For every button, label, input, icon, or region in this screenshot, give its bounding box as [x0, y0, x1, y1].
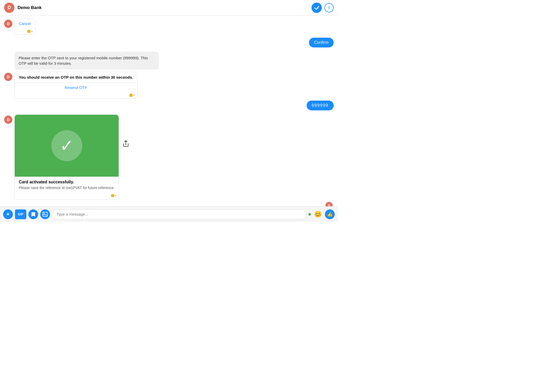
otp-value-bubble: 999999 — [307, 101, 334, 110]
success-card-green-area: ✓ — [15, 115, 119, 177]
resend-otp-button[interactable]: Resend OTP — [15, 83, 137, 92]
checkmark-icon: ✓ — [60, 137, 74, 154]
share-icon[interactable] — [123, 140, 129, 148]
online-dot — [308, 213, 311, 216]
confirm-button[interactable]: Confirm — [309, 38, 334, 47]
resend-card-row: D You should receive an OTP on this numb… — [4, 72, 334, 99]
success-card-row: D ✓ Card activated successfully. Please … — [4, 115, 334, 200]
header-title: Demo Bank — [18, 5, 312, 10]
chat-area: D Cancel 🙂+ Confirm Please enter the OTP… — [0, 15, 338, 206]
success-title: Card activated successfully. — [19, 180, 114, 184]
success-card-footer: 🙂+ — [15, 193, 119, 200]
chat-header: D Demo Bank i — [0, 0, 338, 15]
image-button[interactable] — [40, 209, 50, 219]
emoji-icon-3[interactable]: 🙂+ — [111, 194, 117, 198]
otp-prompt-bubble: Please enter the OTP sent to your regist… — [14, 52, 159, 70]
header-avatar: D — [4, 3, 14, 13]
otp-prompt-row: Please enter the OTP sent to your regist… — [4, 52, 334, 70]
success-card-text: Card activated successfully. Please save… — [15, 177, 119, 193]
thumbs-up-button[interactable]: 👍 — [325, 209, 335, 219]
bottom-bar: + GIF 😊 👍 — [0, 206, 338, 222]
cancel-card-row: D Cancel 🙂+ — [4, 19, 334, 35]
bot-avatar: D — [4, 20, 12, 28]
gif-button[interactable]: GIF — [15, 209, 26, 219]
resend-bold-text: You should receive an OTP on this number… — [15, 72, 137, 83]
cancel-button[interactable]: Cancel — [15, 19, 35, 28]
svg-rect-0 — [43, 212, 47, 216]
emoji-icon[interactable]: 🙂+ — [27, 29, 33, 33]
info-button[interactable]: i — [324, 3, 334, 12]
emoji-button[interactable]: 😊 — [313, 209, 323, 219]
plus-button[interactable]: + — [3, 209, 13, 219]
cancel-card: Cancel 🙂+ — [14, 19, 35, 35]
header-actions: i — [312, 3, 334, 13]
resend-card-footer: 🙂+ — [15, 92, 137, 98]
resend-card: You should receive an OTP on this number… — [14, 72, 137, 99]
confirm-row: Confirm — [4, 37, 334, 47]
message-input[interactable] — [52, 209, 306, 219]
success-card: ✓ Card activated successfully. Please sa… — [14, 115, 119, 200]
bot-avatar-2: D — [4, 73, 12, 81]
otp-value-row: 999999 — [4, 101, 334, 110]
check-button[interactable] — [312, 3, 322, 13]
bot-avatar-3: D — [4, 116, 12, 124]
emoji-icon-2[interactable]: 🙂+ — [129, 93, 135, 97]
success-circle: ✓ — [51, 130, 82, 161]
bookmark-button[interactable] — [28, 209, 38, 219]
cancel-card-footer: 🙂+ — [15, 28, 35, 34]
success-desc: Please save the reference id Izw1PVAT fo… — [19, 185, 114, 191]
user-avatar-indicator: D — [325, 202, 333, 206]
